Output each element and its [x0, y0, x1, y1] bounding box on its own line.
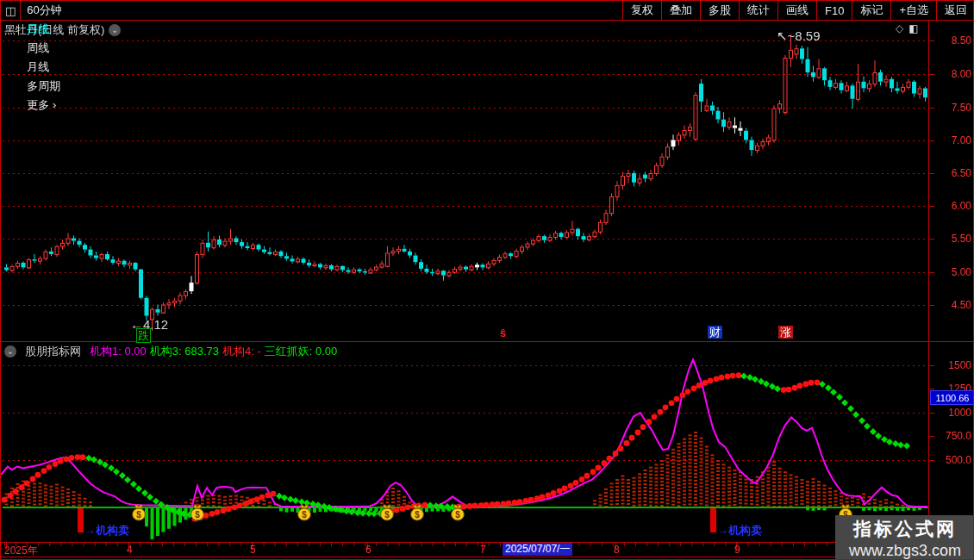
money-bag-icon: $ — [409, 503, 425, 525]
period-tab-11[interactable]: 更多 › — [21, 96, 67, 115]
indicator-source-label: 股朋指标网 — [25, 344, 81, 359]
date-axis-label: 4 — [127, 544, 133, 556]
high-price-annotation: ↖~8.59 — [777, 29, 821, 42]
chart-canvas[interactable] — [1, 1, 974, 560]
watermark-url: www.zbgs3.com — [849, 542, 961, 560]
chart-corner-icons: ◇ ◧ — [896, 22, 919, 34]
tool-button-7[interactable]: 标记 — [852, 1, 890, 20]
current-value-badge: 1100.66 — [930, 390, 974, 405]
tool-button-3[interactable]: 多股 — [700, 1, 739, 20]
indicator-field: 机构1: 0.00 — [90, 345, 147, 358]
money-bag-icon: $ — [379, 503, 395, 525]
date-axis-label: 6 — [365, 544, 371, 556]
up-signal-marker: 涨 — [778, 326, 793, 339]
period-tab-10[interactable]: 多周期 — [21, 77, 67, 96]
money-bag-icon: $ — [131, 503, 147, 525]
tool-button-6[interactable]: F10 — [816, 1, 852, 20]
date-axis-label: 2025年 — [4, 544, 38, 558]
watermark-site-name: 指标公式网 — [853, 517, 957, 541]
price-axis-label: 8.00 — [933, 68, 971, 80]
watermark: 指标公式网 www.zbgs3.com — [835, 515, 974, 560]
pane-split-icon[interactable]: ◧ — [908, 22, 918, 34]
institution-sell-label: →机构卖 — [717, 523, 762, 538]
chevron-down-icon[interactable]: ⌄ — [109, 24, 121, 36]
trading-app-window: ◫ 分时1分钟5分钟15分钟30分钟60分钟日线周线月线多周期更多 › 复权叠加… — [0, 0, 974, 560]
svg-text:$: $ — [415, 510, 420, 520]
tool-button-5[interactable]: 画线 — [777, 1, 816, 20]
price-axis-label: 7.00 — [933, 134, 971, 146]
period-tab-9[interactable]: 月线 — [21, 58, 67, 77]
svg-text:$: $ — [384, 510, 390, 520]
cai-signal-marker: 财 — [708, 326, 722, 339]
money-bag-icon: $ — [297, 503, 312, 525]
price-axis-label: 5.00 — [933, 266, 971, 278]
date-axis-label: 5 — [250, 544, 256, 556]
indicator-axis-label: 500.0 — [930, 454, 971, 466]
indicator-field: 机构3: 683.73 — [150, 345, 219, 358]
indicator-axis-label: 1500 — [930, 359, 971, 371]
date-axis-label: 7 — [480, 544, 486, 556]
date-axis-label: 8 — [614, 544, 620, 556]
tool-button-9[interactable]: 返回 — [936, 1, 974, 20]
period-tabs: 分时1分钟5分钟15分钟30分钟60分钟日线周线月线多周期更多 › — [21, 0, 67, 115]
institution-sell-label: →机构卖 — [84, 523, 129, 538]
down-signal-marker: 跌 — [136, 328, 151, 343]
indicator-values: 机构1: 0.00机构3: 683.73机构4: -三红抓妖: 0.00 — [90, 344, 340, 359]
price-axis-label: 5.50 — [933, 233, 971, 245]
svg-text:$: $ — [136, 510, 141, 520]
diamond-icon[interactable]: ◇ — [896, 22, 903, 34]
tool-button-4[interactable]: 统计 — [739, 1, 777, 20]
period-toolbar: ◫ 分时1分钟5分钟15分钟30分钟60分钟日线周线月线多周期更多 › 复权叠加… — [1, 1, 974, 21]
period-tab-7[interactable]: 日线 — [21, 20, 67, 39]
price-axis-label: 8.50 — [933, 34, 971, 47]
svg-text:$: $ — [302, 510, 307, 520]
indicator-field: 机构4: - — [222, 345, 261, 358]
svg-text:$: $ — [455, 510, 460, 520]
price-axis-label: 7.50 — [933, 102, 971, 114]
indicator-header: ⌄ 股朋指标网 机构1: 0.00机构3: 683.73机构4: -三红抓妖: … — [4, 344, 340, 359]
indicator-field: 三红抓妖: 0.00 — [265, 345, 338, 358]
period-tab-6[interactable]: 60分钟 — [21, 1, 67, 20]
indicator-axis-label: 750.0 — [930, 430, 971, 442]
window-split-icon[interactable]: ◫ — [1, 1, 21, 20]
price-axis-label: 4.50 — [933, 299, 971, 311]
tool-button-2[interactable]: 叠加 — [661, 1, 700, 20]
date-axis: 2025年456789 — [1, 543, 974, 557]
collapse-chevron-icon[interactable]: ⌄ — [4, 345, 16, 358]
money-bag-icon: $ — [450, 503, 465, 525]
svg-text:$: $ — [195, 510, 200, 520]
tool-buttons: 复权叠加多股统计画线F10标记+自选返回 — [622, 1, 974, 20]
money-bag-icon: $ — [190, 503, 205, 525]
price-axis-label: 6.00 — [933, 200, 971, 212]
indicator-axis-label: 1000 — [930, 407, 971, 419]
date-highlight: 2025/07/07/一 — [503, 543, 572, 556]
date-axis-label: 9 — [734, 544, 740, 556]
s-signal-marker: ŝ — [500, 327, 506, 339]
price-axis-label: 6.50 — [933, 167, 971, 179]
period-tab-8[interactable]: 周线 — [21, 39, 67, 58]
tool-button-1[interactable]: 复权 — [622, 1, 661, 20]
tool-button-8[interactable]: +自选 — [890, 1, 936, 20]
